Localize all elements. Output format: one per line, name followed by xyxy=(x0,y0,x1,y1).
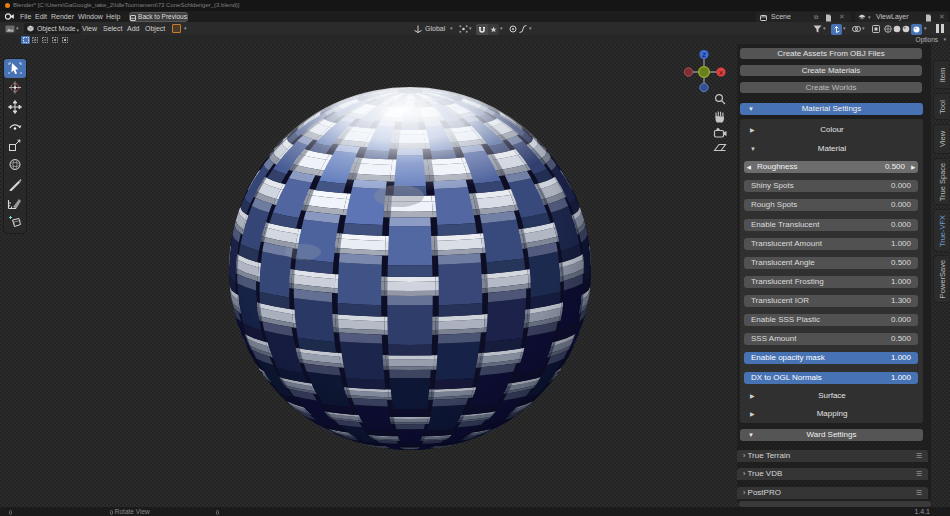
svg-text:Z: Z xyxy=(702,52,706,58)
svg-text:X: X xyxy=(719,70,723,76)
